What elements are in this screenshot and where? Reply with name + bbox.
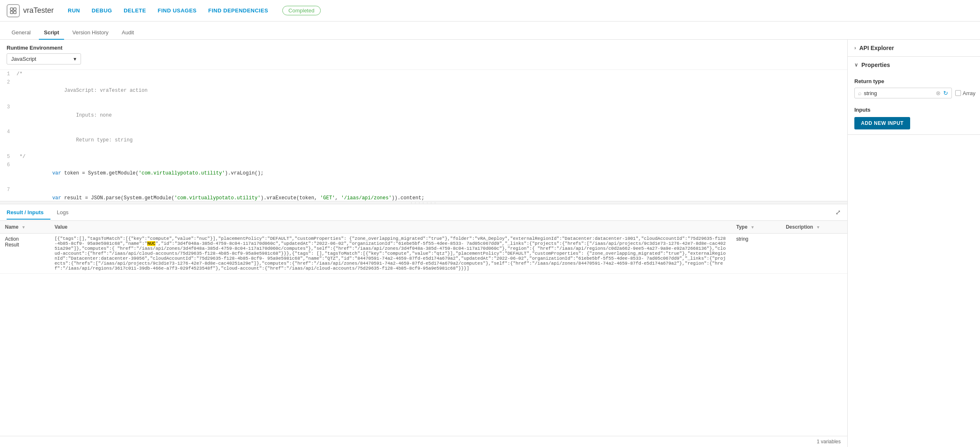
api-explorer-header[interactable]: › API Explorer (848, 40, 980, 56)
results-data-table: Name ▼ Value Type ▼ Descriptio (0, 221, 847, 274)
clear-icon[interactable]: ⊗ (936, 90, 941, 96)
inputs-label: Inputs (854, 107, 973, 113)
array-checkbox-input[interactable] (955, 90, 961, 96)
nav-delete[interactable]: DELETE (123, 6, 147, 15)
svg-rect-2 (10, 11, 13, 14)
add-new-input-button[interactable]: ADD NEW INPUT (854, 117, 910, 129)
tab-version-history[interactable]: Version History (67, 26, 113, 40)
sort-type-icon[interactable]: ▼ (751, 225, 755, 229)
code-line-7: 7 var result = JSON.parse(System.getModu… (0, 186, 847, 201)
header: vraTester RUN DEBUG DELETE FIND USAGES F… (0, 0, 980, 22)
tab-audit[interactable]: Audit (117, 26, 139, 40)
api-explorer-label: API Explorer (859, 45, 894, 51)
variables-count: 1 variables (817, 439, 841, 445)
col-description: Description ▼ (781, 221, 847, 234)
nav-find-usages[interactable]: FIND USAGES (157, 6, 197, 15)
svg-rect-0 (10, 8, 13, 10)
sort-name-icon[interactable]: ▼ (21, 225, 26, 229)
inputs-container: Inputs ADD NEW INPUT (854, 107, 973, 129)
tab-logs[interactable]: Logs (57, 206, 75, 220)
nav-debug[interactable]: DEBUG (91, 6, 113, 15)
return-type-input[interactable] (864, 90, 933, 96)
code-line-5: 5 */ (0, 153, 847, 161)
results-footer: 1 variables (0, 436, 847, 447)
chevron-down-icon: ∨ (854, 62, 858, 68)
left-panel: Runtime Environment JavaScript ▾ 1 /* 2 … (0, 40, 848, 447)
tab-general[interactable]: General (7, 26, 36, 40)
nav-run[interactable]: RUN (67, 6, 81, 15)
cell-description (781, 234, 847, 274)
code-line-2: 2 JavaScript: vraTester action (0, 78, 847, 103)
results-table: Name ▼ Value Type ▼ Descriptio (0, 221, 847, 436)
chevron-down-icon: ▾ (74, 56, 76, 62)
cell-name: Action Result (0, 234, 50, 274)
tab-result-inputs[interactable]: Result / Inputs (7, 206, 50, 220)
runtime-label: Runtime Environment (7, 45, 841, 51)
code-line-4: 4 Return type: string (0, 128, 847, 153)
col-type: Type ▼ (731, 221, 781, 234)
refresh-icon[interactable]: ↻ (943, 90, 948, 96)
return-type-row: ⌕ ⊗ ↻ Array (854, 88, 973, 98)
runtime-value: JavaScript (11, 56, 36, 62)
cell-type: string (731, 234, 781, 274)
right-panel: › API Explorer ∨ Properties Return type … (848, 40, 980, 447)
code-section: Runtime Environment JavaScript ▾ 1 /* 2 … (0, 40, 847, 201)
code-line-3: 3 Inputs: none (0, 103, 847, 128)
svg-rect-3 (14, 11, 16, 14)
search-icon: ⌕ (858, 90, 861, 96)
tab-script[interactable]: Script (39, 26, 64, 40)
logo-icon (7, 4, 20, 17)
properties-section: ∨ Properties Return type ⌕ ⊗ ↻ Array (848, 57, 980, 135)
main-layout: Runtime Environment JavaScript ▾ 1 /* 2 … (0, 40, 980, 447)
runtime-header: Runtime Environment JavaScript ▾ (0, 40, 847, 66)
app-title: vraTester (23, 6, 54, 15)
col-value: Value (50, 221, 731, 234)
code-line-1: 1 /* (0, 70, 847, 78)
api-explorer-section: › API Explorer (848, 40, 980, 57)
expand-icon[interactable]: ⤢ (835, 208, 841, 216)
table-header-row: Name ▼ Value Type ▼ Descriptio (0, 221, 847, 234)
main-tabs: General Script Version History Audit (0, 22, 980, 40)
logo: vraTester (7, 4, 54, 17)
array-label: Array (963, 90, 975, 96)
properties-label: Properties (861, 62, 890, 68)
code-line-6: 6 var token = System.getModule('com.virt… (0, 161, 847, 186)
chevron-right-icon: › (854, 45, 856, 51)
results-tabs: Result / Inputs Logs ⤢ (0, 204, 847, 221)
nav-find-dependencies[interactable]: FIND DEPENDENCIES (207, 6, 269, 15)
status-badge: Completed (282, 6, 321, 15)
array-checkbox: Array (955, 90, 975, 96)
table-row: Action Result [{"tags":[],"tagsToMatch":… (0, 234, 847, 274)
properties-body: Return type ⌕ ⊗ ↻ Array Inputs (848, 73, 980, 134)
return-type-input-wrap: ⌕ ⊗ ↻ (854, 88, 952, 98)
col-name: Name ▼ (0, 221, 50, 234)
runtime-select[interactable]: JavaScript ▾ (7, 53, 81, 65)
properties-header[interactable]: ∨ Properties (848, 57, 980, 73)
resize-handle[interactable]: · · · · · · · (0, 201, 847, 204)
cell-value: [{"tags":[],"tagsToMatch":[{"key":"compu… (50, 234, 731, 274)
code-editor[interactable]: 1 /* 2 JavaScript: vraTester action 3 In… (0, 69, 847, 201)
svg-rect-1 (14, 8, 16, 10)
results-section: Result / Inputs Logs ⤢ Name ▼ Va (0, 204, 847, 447)
sort-desc-icon[interactable]: ▼ (816, 225, 820, 229)
return-type-label: Return type (854, 78, 973, 84)
